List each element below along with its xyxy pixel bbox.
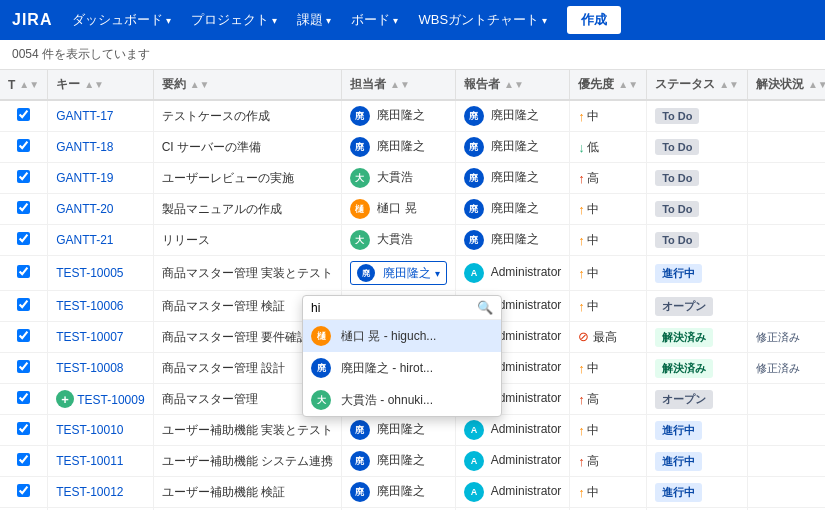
avatar: A	[464, 451, 484, 471]
col-priority[interactable]: 優先度 ▲▼	[570, 70, 647, 100]
issue-summary: 商品マスター管理 設計	[162, 361, 285, 375]
col-reporter[interactable]: 報告者 ▲▼	[455, 70, 569, 100]
avatar: 廃	[350, 451, 370, 471]
status-badge: To Do	[655, 108, 699, 124]
row-checkbox[interactable]	[17, 422, 30, 435]
nav-gantt[interactable]: WBSガントチャート ▾	[410, 7, 555, 33]
issue-key-link[interactable]: TEST-10005	[56, 266, 123, 280]
status-badge: オープン	[655, 390, 713, 409]
assignee-cell: 廃 廃田隆之	[341, 100, 455, 132]
key-cell: GANTT-21	[48, 225, 154, 256]
status-cell: To Do	[647, 225, 748, 256]
issue-key-link[interactable]: TEST-10012	[56, 485, 123, 499]
header: JIRA ダッシュボード ▾ プロジェクト ▾ 課題 ▾ ボード ▾ WBSガン…	[0, 0, 825, 40]
priority-icon: ↑	[578, 266, 585, 281]
dropdown-option-1[interactable]: 廃 廃田隆之 - hirot...	[303, 352, 501, 384]
row-checkbox[interactable]	[17, 360, 30, 373]
avatar: A	[464, 482, 484, 502]
row-checkbox[interactable]	[17, 298, 30, 311]
avatar: 廃	[464, 230, 484, 250]
issue-key-link[interactable]: TEST-10009	[77, 393, 144, 407]
assignee-cell: 廃 廃田隆之 ▾	[341, 256, 455, 291]
issue-key-link[interactable]: TEST-10010	[56, 423, 123, 437]
issue-key-link[interactable]: TEST-10007	[56, 330, 123, 344]
key-cell: TEST-10007	[48, 322, 154, 353]
assignee-name: 大貫浩	[377, 232, 413, 246]
key-cell: TEST-10005	[48, 256, 154, 291]
avatar: 廃	[464, 106, 484, 126]
status-badge: 進行中	[655, 264, 702, 283]
col-assignee[interactable]: 担当者 ▲▼	[341, 70, 455, 100]
row-checkbox[interactable]	[17, 201, 30, 214]
assignee-cell: 廃 廃田隆之	[341, 446, 455, 477]
dropdown-option-0[interactable]: 樋 樋口 晃 - higuch...	[303, 320, 501, 352]
issue-key-link[interactable]: TEST-10006	[56, 299, 123, 313]
priority-icon: ↑	[578, 454, 585, 469]
reporter-name: 廃田隆之	[491, 108, 539, 122]
col-summary[interactable]: 要約 ▲▼	[153, 70, 341, 100]
issue-key-link[interactable]: TEST-10011	[56, 454, 123, 468]
reporter-name: 廃田隆之	[491, 232, 539, 246]
row-checkbox-cell	[0, 322, 48, 353]
priority-cell: ↑高	[570, 163, 647, 194]
reporter-cell: 廃 廃田隆之	[455, 100, 569, 132]
col-key[interactable]: キー ▲▼	[48, 70, 154, 100]
row-checkbox[interactable]	[17, 139, 30, 152]
issue-key-link[interactable]: GANTT-21	[56, 233, 113, 247]
col-resolution[interactable]: 解決状況 ▲▼	[747, 70, 825, 100]
col-check[interactable]: T ▲▼	[0, 70, 48, 100]
row-checkbox[interactable]	[17, 484, 30, 497]
priority-icon: ↑	[578, 202, 585, 217]
issue-key-link[interactable]: GANTT-20	[56, 202, 113, 216]
issue-summary: ユーザーレビューの実施	[162, 171, 294, 185]
row-checkbox[interactable]	[17, 265, 30, 278]
nav-dashboard[interactable]: ダッシュボード ▾	[64, 7, 179, 33]
issue-summary: テストケースの作成	[162, 109, 270, 123]
summary-cell: ユーザー補助機能 システム連携	[153, 446, 341, 477]
priority-icon: ⊘	[578, 329, 589, 344]
row-checkbox[interactable]	[17, 329, 30, 342]
assignee-select-btn[interactable]: 廃 廃田隆之 ▾	[350, 261, 447, 285]
issue-key-link[interactable]: TEST-10008	[56, 361, 123, 375]
avatar: 廃	[464, 137, 484, 157]
resolution-cell	[747, 225, 825, 256]
issue-key-link[interactable]: GANTT-18	[56, 140, 113, 154]
nav-board[interactable]: ボード ▾	[343, 7, 406, 33]
resolution-cell	[747, 415, 825, 446]
table-row: GANTT-21 リリース 大 大貫浩 廃 廃田隆之 ↑中 To Do	[0, 225, 825, 256]
priority-icon: ↑	[578, 109, 585, 124]
status-cell: 進行中	[647, 446, 748, 477]
assignee-name: 廃田隆之	[377, 453, 425, 467]
table-row: TEST-10012 ユーザー補助機能 検証 廃 廃田隆之 A Administ…	[0, 477, 825, 508]
col-status[interactable]: ステータス ▲▼	[647, 70, 748, 100]
avatar: 大	[311, 390, 331, 410]
issue-summary: ユーザー補助機能 システム連携	[162, 454, 333, 468]
issue-summary: 商品マスター管理 検証	[162, 299, 285, 313]
create-button[interactable]: 作成	[567, 6, 621, 34]
issue-key-link[interactable]: GANTT-19	[56, 171, 113, 185]
row-checkbox[interactable]	[17, 170, 30, 183]
row-checkbox[interactable]	[17, 391, 30, 404]
reporter-cell: A Administrator	[455, 446, 569, 477]
reporter-name: Administrator	[491, 453, 562, 467]
nav-issues[interactable]: 課題 ▾	[289, 7, 339, 33]
priority-cell: ↑中	[570, 415, 647, 446]
reporter-cell: 廃 廃田隆之	[455, 163, 569, 194]
assignee-cell: 大 大貫浩	[341, 225, 455, 256]
assignee-search-input[interactable]	[311, 301, 473, 315]
dropdown-option-2[interactable]: 大 大貫浩 - ohnuki...	[303, 384, 501, 416]
add-row-button[interactable]: +	[56, 390, 74, 408]
resolution-cell	[747, 477, 825, 508]
priority-label: 最高	[593, 330, 617, 344]
info-bar: 0054 件を表示しています	[0, 40, 825, 70]
nav-projects[interactable]: プロジェクト ▾	[183, 7, 285, 33]
row-checkbox[interactable]	[17, 108, 30, 121]
status-badge: To Do	[655, 139, 699, 155]
row-checkbox[interactable]	[17, 232, 30, 245]
assignee-cell: 廃 廃田隆之	[341, 477, 455, 508]
assignee-cell: 廃 廃田隆之	[341, 415, 455, 446]
status-cell: To Do	[647, 100, 748, 132]
issue-key-link[interactable]: GANTT-17	[56, 109, 113, 123]
row-checkbox[interactable]	[17, 453, 30, 466]
sort-icon: ▲▼	[19, 79, 39, 90]
